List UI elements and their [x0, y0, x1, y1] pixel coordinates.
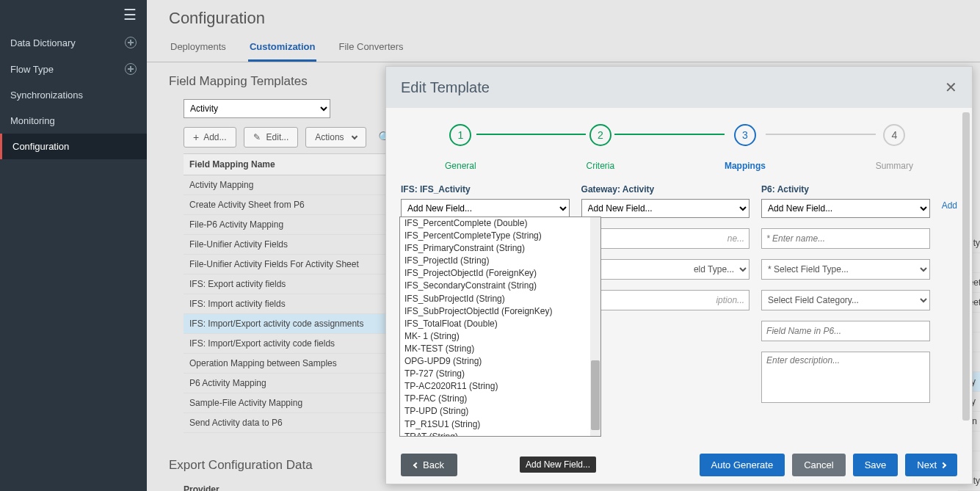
step-mappings[interactable]: 3Mappings [725, 124, 766, 171]
p6-type-select[interactable]: * Select Field Type... [761, 259, 930, 280]
dropdown-option[interactable]: IFS_SubProjectObjectId (ForeignKey) [400, 305, 600, 318]
step-connector [614, 134, 725, 135]
step-label: General [445, 161, 476, 171]
sidebar-item-data-dictionary[interactable]: Data Dictionary [0, 29, 147, 56]
modal-title: Edit Template [401, 79, 490, 96]
step-label: Mappings [725, 161, 766, 171]
tab-customization[interactable]: Customization [248, 34, 317, 62]
modal-header: Edit Template ✕ [386, 67, 972, 108]
plus-circle-icon[interactable] [125, 63, 137, 75]
sidebar-item-flow-type[interactable]: Flow Type [0, 56, 147, 82]
sidebar-item-label: Data Dictionary [10, 37, 76, 48]
step-general[interactable]: 1General [445, 124, 476, 171]
gateway-add-field-select[interactable]: Add New Field... [581, 199, 750, 218]
ifs-field-dropdown-panel: IFS_PercentComplete (Double)IFS_PercentC… [399, 217, 601, 437]
sidebar: ☰ Data DictionaryFlow TypeSynchronizatio… [0, 0, 147, 491]
actions-button[interactable]: Actions [305, 127, 366, 148]
col-p6-label: P6: Activity [761, 184, 930, 194]
dropdown-option[interactable]: IFS_ProjectId (String) [400, 255, 600, 267]
add-button[interactable]: Add... [184, 127, 236, 148]
back-button[interactable]: Back [401, 454, 457, 476]
step-circle: 2 [589, 124, 611, 146]
step-label: Criteria [586, 161, 614, 171]
modal-footer: Back Auto Generate Cancel Save Next [386, 446, 972, 484]
sidebar-item-synchronizations[interactable]: Synchronizations [0, 82, 147, 108]
tab-deployments[interactable]: Deployments [169, 34, 228, 62]
step-circle: 1 [449, 124, 471, 146]
dropdown-option[interactable]: IFS_SecondaryConstraint (String) [400, 280, 600, 292]
save-button[interactable]: Save [853, 454, 899, 476]
page-title: Configuration [147, 0, 980, 34]
dropdown-option[interactable]: TRAT (String) [400, 431, 600, 437]
activity-type-select[interactable]: Activity [184, 99, 330, 118]
ifs-add-field-select[interactable]: Add New Field... [401, 199, 570, 218]
hamburger-icon[interactable]: ☰ [0, 0, 147, 29]
edit-template-modal: Edit Template ✕ 1General2Criteria3Mappin… [385, 66, 973, 484]
dropdown-option[interactable]: MK-TEST (String) [400, 343, 600, 355]
col-p6: P6: Activity Add New Field... * Select F… [761, 184, 930, 406]
dropdown-option[interactable]: IFS_PercentCompleteType (String) [400, 230, 600, 242]
edit-button[interactable]: Edit... [244, 127, 299, 148]
col-gateway-label: Gateway: Activity [581, 184, 750, 194]
step-label: Summary [876, 161, 913, 171]
dropdown-option[interactable]: TP-AC2020R11 (String) [400, 380, 600, 393]
gateway-name-input[interactable] [581, 228, 750, 249]
step-connector [476, 134, 587, 135]
sidebar-item-monitoring[interactable]: Monitoring [0, 108, 147, 134]
gateway-desc-input[interactable] [581, 290, 750, 310]
dropdown-option[interactable]: MK- 1 (String) [400, 330, 600, 343]
dropdown-option[interactable]: IFS_TotalFloat (Double) [400, 318, 600, 330]
auto-generate-button[interactable]: Auto Generate [700, 454, 785, 476]
plus-circle-icon[interactable] [125, 37, 137, 48]
dropdown-option[interactable]: TP_R1SU1 (String) [400, 418, 600, 431]
dropdown-option[interactable]: TP-UPD (String) [400, 405, 600, 418]
add-link[interactable]: Add [942, 184, 957, 406]
tabs-bar: DeploymentsCustomizationFile Converters [147, 34, 980, 62]
step-criteria[interactable]: 2Criteria [586, 124, 614, 171]
wizard-stepper: 1General2Criteria3Mappings4Summary [401, 118, 957, 174]
dropdown-option[interactable]: IFS_PercentComplete (Double) [400, 217, 600, 230]
dropdown-option[interactable]: IFS_ProjectObjectId (ForeignKey) [400, 267, 600, 280]
col-gateway: Gateway: Activity Add New Field... eld T… [581, 184, 750, 406]
dropdown-option[interactable]: TP-FAC (String) [400, 393, 600, 405]
tab-file-converters[interactable]: File Converters [337, 34, 404, 62]
sidebar-item-label: Synchronizations [10, 90, 83, 101]
p6-add-field-select[interactable]: Add New Field... [761, 199, 930, 218]
next-button[interactable]: Next [905, 454, 957, 476]
sidebar-item-label: Flow Type [10, 64, 54, 75]
dropdown-option[interactable]: IFS_SubProjectId (String) [400, 293, 600, 305]
p6-category-select[interactable]: Select Field Category... [761, 290, 930, 310]
p6-name-input[interactable] [761, 228, 930, 249]
step-circle: 3 [734, 124, 756, 146]
step-connector [766, 134, 876, 135]
sidebar-item-label: Monitoring [10, 115, 55, 126]
gateway-type-select[interactable]: eld Type... [581, 259, 750, 280]
close-icon[interactable]: ✕ [945, 79, 957, 96]
dropdown-scrollbar[interactable] [590, 217, 600, 436]
step-circle: 4 [883, 124, 905, 146]
dropdown-option[interactable]: TP-727 (String) [400, 368, 600, 380]
p6-fieldname-input[interactable] [761, 321, 930, 341]
cancel-button[interactable]: Cancel [792, 454, 845, 476]
sidebar-item-label: Configuration [12, 141, 69, 152]
step-summary[interactable]: 4Summary [876, 124, 913, 171]
dropdown-option[interactable]: OPG-UPD9 (String) [400, 355, 600, 368]
col-ifs-label: IFS: IFS_Activity [401, 184, 570, 194]
sidebar-item-configuration[interactable]: Configuration [0, 134, 147, 159]
p6-desc-textarea[interactable] [761, 352, 930, 403]
dropdown-option[interactable]: IFS_PrimaryConstraint (String) [400, 242, 600, 255]
tooltip: Add New Field... [520, 457, 596, 473]
